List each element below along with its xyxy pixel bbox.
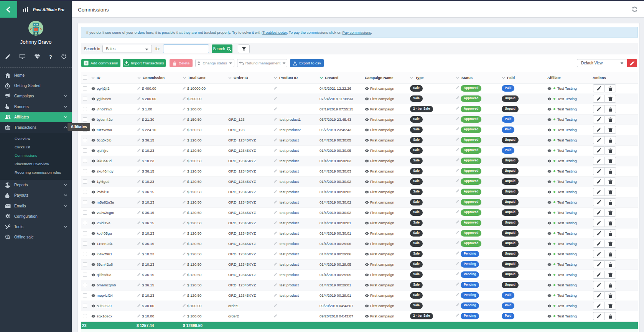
- svg-text:$: $: [7, 236, 8, 238]
